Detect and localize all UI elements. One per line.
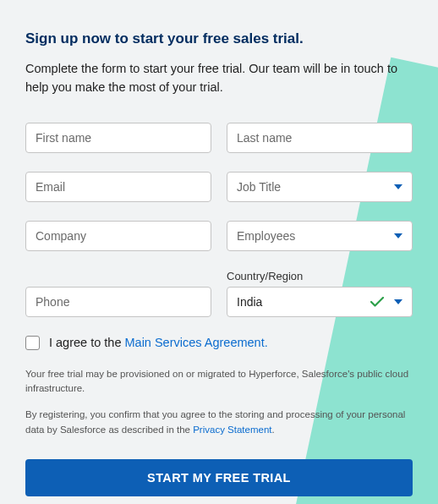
agree-prefix: I agree to the <box>49 336 124 349</box>
chevron-down-icon <box>394 184 402 189</box>
job-title-placeholder: Job Title <box>237 180 281 194</box>
company-field[interactable] <box>25 221 211 251</box>
job-title-select[interactable]: Job Title <box>227 172 413 202</box>
agree-text: I agree to the Main Services Agreement. <box>49 336 268 349</box>
signup-form: Sign up now to start your free sales tri… <box>0 0 438 504</box>
submit-button[interactable]: START MY FREE TRIAL <box>25 459 413 496</box>
privacy-note: By registering, you confirm that you agr… <box>25 408 413 437</box>
hyperforce-note: Your free trial may be provisioned on or… <box>25 367 413 397</box>
agree-checkbox[interactable] <box>25 336 40 350</box>
chevron-down-icon <box>394 299 402 304</box>
form-heading: Sign up now to start your free sales tri… <box>25 30 413 47</box>
msa-link[interactable]: Main Services Agreement. <box>124 336 267 349</box>
country-value: India <box>237 295 262 309</box>
check-icon <box>370 297 384 307</box>
country-select[interactable]: India <box>227 287 413 317</box>
form-subheading: Complete the form to start your free tri… <box>25 59 413 97</box>
last-name-field[interactable] <box>227 123 413 153</box>
privacy-link[interactable]: Privacy Statement <box>193 425 271 435</box>
employees-select[interactable]: Employees <box>227 221 413 251</box>
chevron-down-icon <box>394 233 402 238</box>
privacy-suffix: . <box>272 425 275 435</box>
email-field[interactable] <box>25 172 211 202</box>
employees-placeholder: Employees <box>237 229 295 243</box>
first-name-field[interactable] <box>25 123 211 153</box>
phone-field[interactable] <box>25 287 211 317</box>
country-label: Country/Region <box>227 270 413 282</box>
